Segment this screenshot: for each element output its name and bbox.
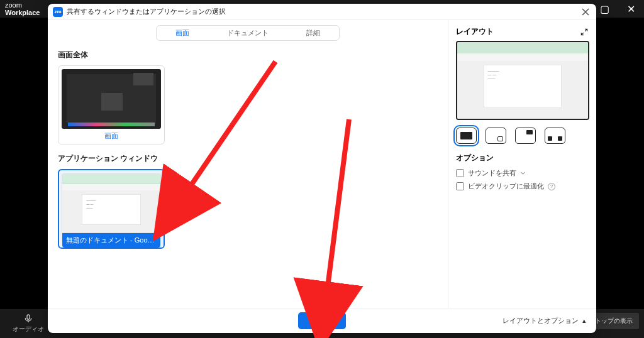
app-thumb-label: 無題のドキュメント - Google ドキュメント -...	[62, 233, 160, 248]
tab-advanced[interactable]: 詳細	[287, 26, 339, 40]
layout-sidebyside-icon[interactable]	[545, 128, 565, 144]
modal-footer: 共有 レイアウトとオプション ▴	[48, 308, 596, 333]
layout-preview: ―――― ―――	[456, 41, 589, 120]
modal-title: 共有するウィンドウまたはアプリケーションの選択	[67, 7, 580, 16]
share-button[interactable]: 共有	[298, 312, 346, 329]
app-preview: ―――― ―――	[62, 173, 161, 233]
screen-thumbnail[interactable]: 画面	[58, 65, 165, 144]
layout-split-icon[interactable]	[515, 128, 536, 144]
help-icon[interactable]: ?	[548, 183, 555, 190]
layout-pane: レイアウト ―――― ―――	[448, 20, 596, 308]
share-sound-option[interactable]: サウンドを共有	[456, 168, 589, 178]
brand-label: zoom Workplace	[5, 1, 40, 16]
share-left-pane: 画面 ドキュメント 詳細 画面全体 画面 アプリケーション ウィンドウ	[48, 20, 448, 308]
layout-options-toggle[interactable]: レイアウトとオプション ▴	[502, 316, 586, 325]
share-modal: zm 共有するウィンドウまたはアプリケーションの選択 画面 ドキュメント 詳細 …	[48, 4, 596, 333]
section-appwindow-title: アプリケーション ウィンドウ	[58, 153, 438, 164]
video-optimize-checkbox[interactable]	[456, 182, 464, 190]
section-fullscreen-title: 画面全体	[58, 50, 438, 60]
microphone-icon	[23, 313, 33, 324]
layout-title: レイアウト	[456, 26, 494, 37]
close-icon	[582, 8, 589, 16]
triangle-up-icon: ▴	[582, 317, 586, 325]
layout-fullscreen-icon[interactable]	[456, 128, 477, 144]
chevron-down-icon	[520, 170, 526, 176]
tab-screen[interactable]: 画面	[157, 26, 208, 40]
audio-control[interactable]: オーディオ	[13, 313, 44, 334]
modal-close-button[interactable]	[580, 6, 591, 18]
app-thumbnail-selected[interactable]: ―――― ――― 無題のドキュメント - Google ドキュメント -...	[58, 169, 165, 249]
layout-mode-icons	[456, 128, 589, 144]
screen-preview	[62, 69, 161, 129]
screen-thumb-label: 画面	[104, 131, 118, 141]
modal-header: zm 共有するウィンドウまたはアプリケーションの選択	[48, 4, 596, 20]
zoom-badge-icon: zm	[53, 7, 63, 17]
share-tabs: 画面 ドキュメント 詳細	[156, 25, 340, 41]
close-window-button[interactable]: ✕	[618, 0, 644, 18]
options-title: オプション	[456, 153, 589, 163]
share-sound-checkbox[interactable]	[456, 169, 464, 177]
video-optimize-option[interactable]: ビデオクリップに最適化 ?	[456, 182, 589, 191]
tab-document[interactable]: ドキュメント	[208, 26, 287, 40]
svg-rect-0	[27, 315, 30, 319]
expand-icon[interactable]	[580, 28, 589, 36]
layout-pip-icon[interactable]	[486, 128, 506, 144]
